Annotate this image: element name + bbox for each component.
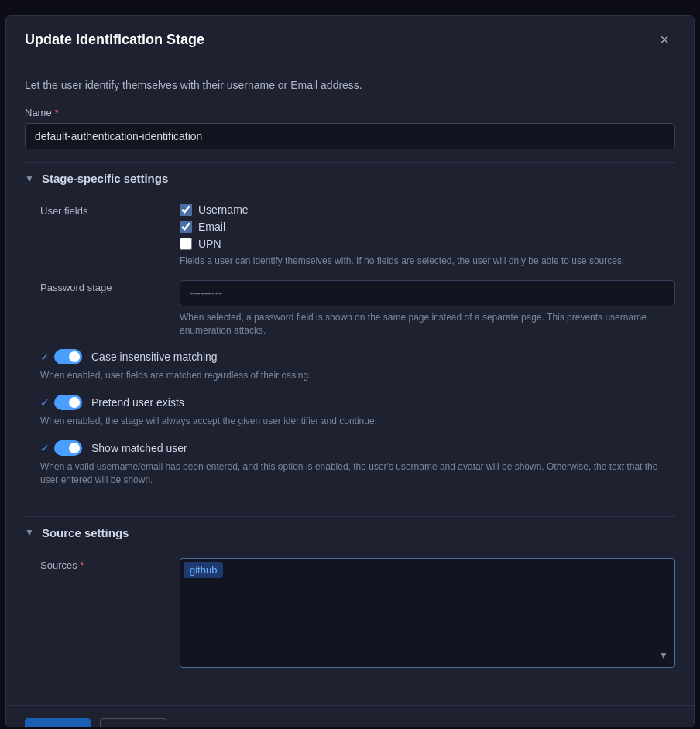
- case-insensitive-toggle-row: ✓ Case insensitive matching: [40, 349, 675, 364]
- modal-description: Let the user identify themselves with th…: [25, 79, 675, 91]
- email-checkbox-item: Email: [180, 221, 675, 233]
- password-stage-label: Password stage: [40, 280, 164, 337]
- email-checkbox-label: Email: [198, 221, 225, 233]
- name-label: Name *: [25, 107, 675, 118]
- upn-checkbox[interactable]: [180, 238, 192, 250]
- user-fields-help: Fields a user can identify themselves wi…: [180, 255, 675, 268]
- username-checkbox-item: Username: [180, 204, 675, 216]
- stage-settings-chevron-icon: ▼: [25, 173, 34, 184]
- source-settings-chevron-icon: ▼: [25, 527, 34, 538]
- password-stage-row: Password stage When selected, a password…: [40, 280, 675, 337]
- pretend-user-slider: [54, 395, 82, 410]
- username-checkbox[interactable]: [180, 204, 192, 216]
- pretend-user-toggle-wrapper: ✓: [40, 395, 82, 410]
- modal-title: Update Identification Stage: [25, 32, 204, 48]
- show-matched-user-toggle-row: ✓ Show matched user: [40, 440, 675, 456]
- close-button[interactable]: ×: [654, 29, 675, 50]
- show-matched-user-slider: [54, 440, 82, 456]
- sources-select-inner: github: [180, 559, 674, 667]
- case-insensitive-toggle-switch[interactable]: [54, 349, 82, 364]
- password-stage-content: When selected, a password field is shown…: [180, 280, 675, 337]
- sources-row: Sources * github ▼: [40, 558, 675, 668]
- show-matched-user-check-icon: ✓: [40, 442, 50, 454]
- pretend-user-toggle-item: ✓ Pretend user exists When enabled, the …: [40, 395, 675, 428]
- user-fields-checkboxes: Username Email UPN: [180, 204, 675, 250]
- pretend-user-label: Pretend user exists: [91, 396, 184, 409]
- sources-label-col: Sources *: [40, 558, 164, 668]
- modal-body: Let the user identify themselves with th…: [6, 63, 694, 705]
- upn-checkbox-item: UPN: [180, 238, 675, 250]
- show-matched-user-label: Show matched user: [91, 442, 187, 454]
- name-field-group: Name *: [25, 107, 675, 149]
- sources-label: Sources: [40, 560, 77, 571]
- pretend-user-help: When enabled, the stage will always acce…: [40, 415, 675, 428]
- sources-select[interactable]: github ▼: [180, 558, 675, 668]
- case-insensitive-slider: [54, 349, 82, 364]
- case-insensitive-toggle-item: ✓ Case insensitive matching When enabled…: [40, 349, 675, 382]
- pretend-user-toggle-row: ✓ Pretend user exists: [40, 395, 675, 410]
- show-matched-user-help: When a valid username/email has been ent…: [40, 460, 675, 487]
- sources-required-indicator: *: [80, 560, 84, 571]
- update-button[interactable]: Update: [25, 718, 91, 727]
- stage-settings-content: User fields Username Email: [25, 194, 675, 508]
- case-insensitive-help: When enabled, user fields are matched re…: [40, 369, 675, 382]
- pretend-user-check-icon: ✓: [40, 396, 50, 409]
- user-fields-row: User fields Username Email: [40, 204, 675, 268]
- source-settings-section-header[interactable]: ▼ Source settings: [25, 516, 675, 549]
- show-matched-user-toggle-wrapper: ✓: [40, 440, 82, 456]
- stage-settings-section-header[interactable]: ▼ Stage-specific settings: [25, 162, 675, 194]
- email-checkbox[interactable]: [180, 221, 192, 233]
- case-insensitive-check-icon: ✓: [40, 351, 50, 363]
- name-required-indicator: *: [55, 107, 59, 118]
- modal-header: Update Identification Stage ×: [6, 16, 694, 63]
- show-matched-user-toggle-switch[interactable]: [54, 440, 82, 456]
- case-insensitive-label: Case insensitive matching: [91, 351, 218, 363]
- case-insensitive-toggle-wrapper: ✓: [40, 349, 82, 364]
- cancel-button[interactable]: Cancel: [100, 718, 166, 727]
- user-fields-label: User fields: [40, 204, 164, 268]
- password-stage-help: When selected, a password field is shown…: [180, 311, 675, 337]
- username-checkbox-label: Username: [198, 204, 249, 216]
- source-settings-title: Source settings: [42, 526, 129, 539]
- sources-content-col: github ▼: [180, 558, 675, 668]
- stage-settings-title: Stage-specific settings: [42, 172, 168, 185]
- upn-checkbox-label: UPN: [198, 238, 221, 250]
- source-selected-github: github: [184, 562, 223, 578]
- sources-dropdown-arrow-icon: ▼: [659, 650, 668, 661]
- source-settings-content: Sources * github ▼: [25, 549, 675, 690]
- password-stage-input[interactable]: [180, 280, 675, 306]
- modal-footer: Update Cancel: [6, 705, 694, 727]
- user-fields-content: Username Email UPN Fields a user c: [180, 204, 675, 268]
- name-input[interactable]: [25, 123, 675, 149]
- modal-dialog: Update Identification Stage × Let the us…: [5, 15, 695, 727]
- pretend-user-toggle-switch[interactable]: [54, 395, 82, 410]
- show-matched-user-toggle-item: ✓ Show matched user When a valid usernam…: [40, 440, 675, 487]
